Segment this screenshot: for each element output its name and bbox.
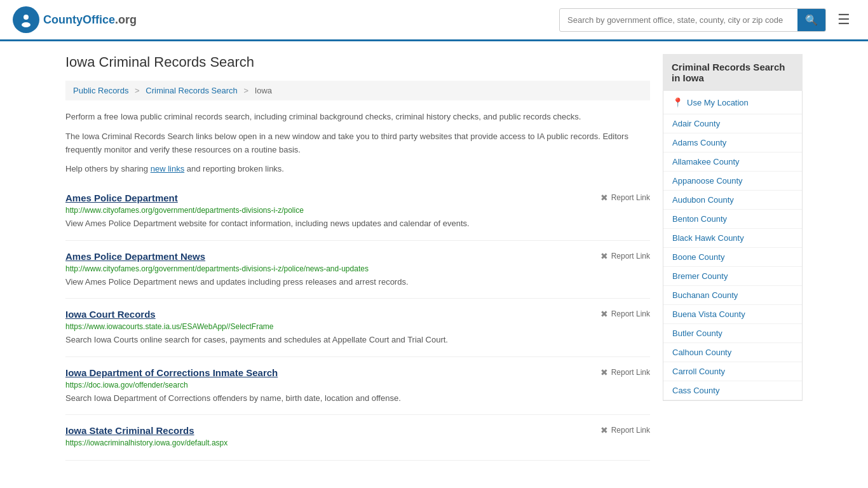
county-link-14[interactable]: Cass County — [663, 381, 802, 400]
report-link-4[interactable]: ✖ Report Link — [600, 425, 650, 435]
result-title-0[interactable]: Ames Police Department — [65, 193, 178, 203]
intro-text-1: Perform a free Iowa public criminal reco… — [65, 111, 650, 124]
report-link-2[interactable]: ✖ Report Link — [600, 309, 650, 319]
county-link-9[interactable]: Buchanan County — [663, 286, 802, 304]
result-url-4[interactable]: https://iowacriminalhistory.iowa.gov/def… — [65, 438, 650, 447]
county-list-item: Adams County — [663, 133, 802, 152]
county-link-1[interactable]: Adams County — [663, 133, 802, 152]
county-list-item: Cass County — [663, 381, 802, 400]
report-icon-1: ✖ — [600, 251, 608, 261]
logo-icon — [13, 6, 39, 33]
result-desc-2: Search Iowa Courts online search for cas… — [65, 334, 650, 346]
search-button[interactable]: 🔍 — [797, 9, 825, 31]
county-list-item: Black Hawk County — [663, 229, 802, 248]
menu-button[interactable]: ☰ — [832, 9, 855, 30]
header: CountyOffice.org 🔍 ☰ — [0, 0, 868, 41]
intro-text-3: Help others by sharing new links and rep… — [65, 163, 650, 176]
county-link-13[interactable]: Carroll County — [663, 362, 802, 381]
main-container: Iowa Criminal Records Search Public Reco… — [53, 41, 815, 473]
result-entry: Ames Police Department ✖ Report Link htt… — [65, 182, 650, 241]
county-link-11[interactable]: Butler County — [663, 324, 802, 342]
logo-area: CountyOffice.org — [13, 6, 137, 33]
county-link-5[interactable]: Benton County — [663, 210, 802, 228]
county-list-item: Buena Vista County — [663, 305, 802, 324]
county-list-item: Calhoun County — [663, 343, 802, 362]
result-header-2: Iowa Court Records ✖ Report Link — [65, 309, 650, 320]
county-list-item: Appanoose County — [663, 172, 802, 191]
report-link-0[interactable]: ✖ Report Link — [600, 193, 650, 203]
result-desc-3: Search Iowa Department of Corrections of… — [65, 392, 650, 405]
report-icon-0: ✖ — [600, 193, 608, 203]
report-icon-3: ✖ — [600, 367, 608, 377]
result-entry: Iowa State Criminal Records ✖ Report Lin… — [65, 415, 650, 461]
sidebar: Criminal Records Search in Iowa 📍 Use My… — [663, 54, 803, 461]
county-link-0[interactable]: Adair County — [663, 114, 802, 133]
logo-text: CountyOffice.org — [43, 13, 137, 27]
result-entry: Iowa Court Records ✖ Report Link https:/… — [65, 299, 650, 357]
county-link-2[interactable]: Allamakee County — [663, 152, 802, 171]
result-desc-1: View Ames Police Department news and upd… — [65, 276, 650, 288]
breadcrumb-public-records[interactable]: Public Records — [73, 86, 128, 95]
county-link-6[interactable]: Black Hawk County — [663, 229, 802, 247]
county-list: Adair CountyAdams CountyAllamakee County… — [663, 114, 802, 400]
result-entry: Ames Police Department News ✖ Report Lin… — [65, 241, 650, 299]
county-list-item: Buchanan County — [663, 286, 802, 305]
search-bar: 🔍 — [559, 8, 826, 32]
intro-text-2: The Iowa Criminal Records Search links b… — [65, 130, 650, 157]
breadcrumb-sep-1: > — [135, 86, 140, 95]
county-link-12[interactable]: Calhoun County — [663, 343, 802, 362]
logo-county: CountyOffice — [43, 13, 115, 26]
content-area: Iowa Criminal Records Search Public Reco… — [65, 54, 650, 461]
sidebar-header: Criminal Records Search in Iowa — [663, 54, 803, 91]
county-link-10[interactable]: Buena Vista County — [663, 305, 802, 323]
county-list-item: Benton County — [663, 210, 802, 229]
use-location-link[interactable]: Use My Location — [687, 98, 749, 107]
result-header-4: Iowa State Criminal Records ✖ Report Lin… — [65, 425, 650, 436]
breadcrumb-criminal-records[interactable]: Criminal Records Search — [146, 86, 238, 95]
new-links-link[interactable]: new links — [151, 164, 184, 173]
breadcrumb-sep-2: > — [243, 86, 248, 95]
result-header-0: Ames Police Department ✖ Report Link — [65, 193, 650, 203]
county-link-7[interactable]: Boone County — [663, 248, 802, 266]
results-container: Ames Police Department ✖ Report Link htt… — [65, 182, 650, 461]
report-link-3[interactable]: ✖ Report Link — [600, 367, 650, 377]
page-title: Iowa Criminal Records Search — [65, 54, 650, 71]
result-title-4[interactable]: Iowa State Criminal Records — [65, 425, 194, 436]
report-icon-2: ✖ — [600, 309, 608, 319]
county-list-item: Audubon County — [663, 191, 802, 210]
county-link-4[interactable]: Audubon County — [663, 191, 802, 209]
result-url-1[interactable]: http://www.cityofames.org/government/dep… — [65, 264, 650, 273]
svg-point-1 — [24, 15, 29, 20]
breadcrumb: Public Records > Criminal Records Search… — [65, 81, 650, 100]
report-icon-4: ✖ — [600, 425, 608, 435]
county-link-8[interactable]: Bremer County — [663, 267, 802, 285]
sidebar-content: 📍 Use My Location Adair CountyAdams Coun… — [663, 91, 803, 401]
header-right: 🔍 ☰ — [559, 8, 855, 32]
breadcrumb-iowa: Iowa — [255, 86, 272, 95]
result-title-2[interactable]: Iowa Court Records — [65, 309, 156, 320]
search-input[interactable] — [560, 10, 797, 30]
result-url-2[interactable]: https://www.iowacourts.state.ia.us/ESAWe… — [65, 322, 650, 331]
result-title-1[interactable]: Ames Police Department News — [65, 251, 205, 262]
county-link-3[interactable]: Appanoose County — [663, 172, 802, 190]
county-list-item: Adair County — [663, 114, 802, 133]
result-title-3[interactable]: Iowa Department of Corrections Inmate Se… — [65, 367, 278, 378]
result-header-3: Iowa Department of Corrections Inmate Se… — [65, 367, 650, 378]
county-list-item: Boone County — [663, 248, 802, 267]
logo-org: .org — [115, 13, 137, 26]
county-list-item: Carroll County — [663, 362, 802, 381]
result-url-3[interactable]: https://doc.iowa.gov/offender/search — [65, 381, 650, 390]
result-entry: Iowa Department of Corrections Inmate Se… — [65, 357, 650, 416]
report-link-1[interactable]: ✖ Report Link — [600, 251, 650, 261]
county-list-item: Butler County — [663, 324, 802, 343]
result-header-1: Ames Police Department News ✖ Report Lin… — [65, 251, 650, 262]
county-list-item: Allamakee County — [663, 152, 802, 172]
result-desc-0: View Ames Police Department website for … — [65, 217, 650, 230]
result-url-0[interactable]: http://www.cityofames.org/government/dep… — [65, 206, 650, 215]
use-location[interactable]: 📍 Use My Location — [663, 91, 802, 114]
pin-icon: 📍 — [672, 97, 683, 107]
svg-point-2 — [22, 22, 31, 27]
county-list-item: Bremer County — [663, 267, 802, 286]
